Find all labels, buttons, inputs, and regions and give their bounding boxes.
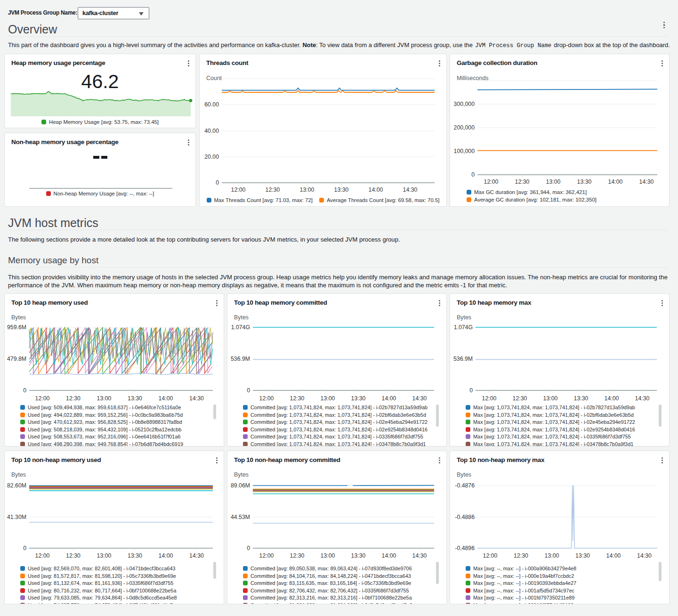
svg-text:14:30: 14:30 bbox=[639, 178, 654, 185]
svg-text:13:30: 13:30 bbox=[351, 552, 366, 559]
svg-text:536.9M: 536.9M bbox=[231, 356, 250, 362]
svg-text:536.9M: 536.9M bbox=[453, 356, 473, 362]
svg-text:13:00: 13:00 bbox=[546, 178, 561, 185]
svg-text:44.53M: 44.53M bbox=[231, 514, 250, 520]
svg-text:13:00: 13:00 bbox=[97, 552, 112, 559]
svg-text:13:00: 13:00 bbox=[300, 186, 315, 193]
svg-text:12:30: 12:30 bbox=[290, 552, 305, 559]
svg-text:89.06M: 89.06M bbox=[231, 482, 250, 489]
svg-text:12:00: 12:00 bbox=[483, 552, 498, 559]
svg-text:14:00: 14:00 bbox=[608, 178, 623, 185]
svg-text:13:00: 13:00 bbox=[321, 552, 335, 559]
svg-text:41.30M: 41.30M bbox=[7, 514, 26, 520]
svg-text:14:00: 14:00 bbox=[605, 395, 619, 402]
svg-text:12:30: 12:30 bbox=[266, 186, 280, 193]
svg-text:14:00: 14:00 bbox=[159, 552, 173, 559]
svg-text:-0.4886: -0.4886 bbox=[455, 514, 475, 520]
svg-text:12:00: 12:00 bbox=[35, 552, 50, 559]
svg-text:959.6M: 959.6M bbox=[7, 324, 26, 331]
svg-text:0: 0 bbox=[469, 387, 473, 394]
svg-text:13:30: 13:30 bbox=[574, 395, 589, 402]
svg-text:14:30: 14:30 bbox=[412, 552, 427, 559]
svg-text:14:00: 14:00 bbox=[382, 552, 396, 559]
svg-text:14:30: 14:30 bbox=[635, 395, 650, 402]
svg-text:12:00: 12:00 bbox=[259, 395, 274, 402]
svg-text:12:00: 12:00 bbox=[484, 178, 499, 185]
svg-text:13:30: 13:30 bbox=[128, 552, 142, 559]
svg-text:13:00: 13:00 bbox=[543, 395, 558, 402]
svg-text:40.00: 40.00 bbox=[204, 128, 219, 134]
svg-text:0: 0 bbox=[23, 545, 26, 551]
svg-text:479.8M: 479.8M bbox=[7, 356, 26, 362]
svg-text:13:30: 13:30 bbox=[577, 178, 592, 185]
svg-text:13:30: 13:30 bbox=[128, 395, 142, 402]
svg-text:12:00: 12:00 bbox=[35, 395, 50, 402]
svg-text:0: 0 bbox=[247, 545, 250, 551]
svg-text:0: 0 bbox=[23, 387, 26, 394]
svg-text:12:00: 12:00 bbox=[259, 552, 274, 559]
svg-text:13:00: 13:00 bbox=[97, 395, 112, 402]
svg-text:12:30: 12:30 bbox=[515, 178, 530, 185]
svg-text:60.00: 60.00 bbox=[204, 101, 219, 108]
svg-text:14:30: 14:30 bbox=[637, 552, 652, 559]
svg-text:1.074G: 1.074G bbox=[454, 324, 473, 331]
svg-text:14:30: 14:30 bbox=[412, 395, 427, 402]
svg-text:13:30: 13:30 bbox=[334, 186, 349, 193]
svg-text:14:00: 14:00 bbox=[159, 395, 173, 402]
svg-text:12:30: 12:30 bbox=[66, 395, 81, 402]
svg-text:13:00: 13:00 bbox=[545, 552, 559, 559]
svg-text:0: 0 bbox=[471, 171, 475, 178]
svg-text:200,000: 200,000 bbox=[454, 124, 475, 131]
svg-text:12:00: 12:00 bbox=[482, 395, 497, 402]
svg-text:12:30: 12:30 bbox=[514, 552, 528, 559]
svg-text:1.074G: 1.074G bbox=[231, 324, 250, 331]
svg-text:12:30: 12:30 bbox=[290, 395, 305, 402]
svg-text:300,000: 300,000 bbox=[454, 101, 475, 107]
svg-text:14:00: 14:00 bbox=[606, 552, 621, 559]
svg-text:13:00: 13:00 bbox=[321, 395, 335, 402]
svg-text:12:30: 12:30 bbox=[513, 395, 527, 402]
svg-text:12:30: 12:30 bbox=[66, 552, 81, 559]
svg-text:14:30: 14:30 bbox=[189, 552, 204, 559]
svg-text:14:00: 14:00 bbox=[369, 186, 383, 193]
svg-text:0: 0 bbox=[247, 387, 250, 394]
svg-text:12:00: 12:00 bbox=[231, 186, 246, 193]
svg-text:0: 0 bbox=[216, 179, 219, 186]
svg-text:-0.4876: -0.4876 bbox=[455, 482, 475, 489]
svg-text:-0.4896: -0.4896 bbox=[455, 545, 475, 551]
svg-text:13:30: 13:30 bbox=[575, 552, 590, 559]
svg-text:100,000: 100,000 bbox=[454, 148, 475, 154]
svg-text:14:30: 14:30 bbox=[189, 395, 204, 402]
svg-text:82.60M: 82.60M bbox=[7, 482, 26, 489]
svg-text:14:30: 14:30 bbox=[403, 186, 418, 193]
svg-text:20.00: 20.00 bbox=[204, 154, 219, 160]
svg-text:13:30: 13:30 bbox=[351, 395, 366, 402]
svg-text:14:00: 14:00 bbox=[382, 395, 396, 402]
